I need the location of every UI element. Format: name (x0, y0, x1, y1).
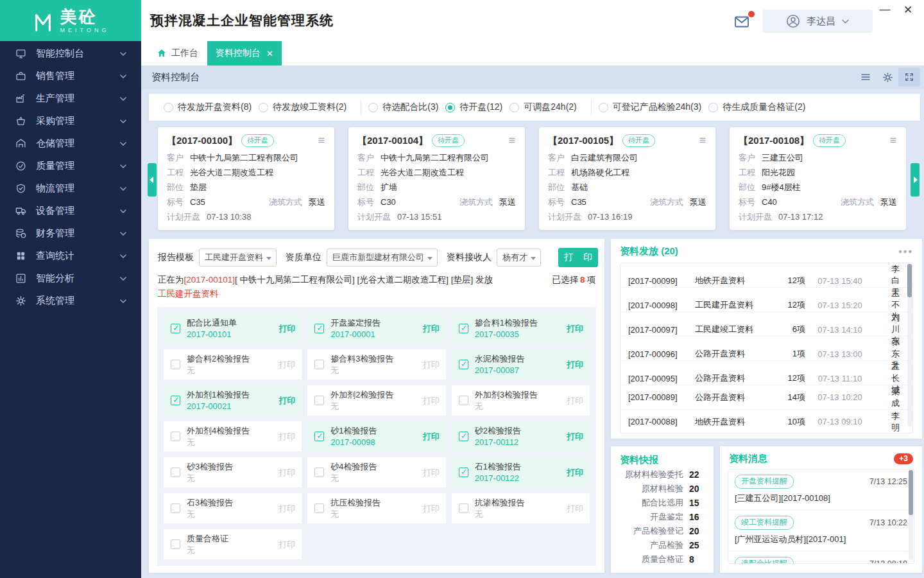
card-menu-icon[interactable] (697, 135, 708, 145)
carousel-next-button[interactable] (911, 163, 920, 197)
sidebar-item[interactable]: 系统管理 (0, 290, 141, 312)
report-item[interactable]: 水泥检验报告 2017-00087 打印 (452, 349, 590, 380)
issued-row[interactable]: [2017-00088] 地铁开盘资料 10项 07-13 09:10 李明 (620, 410, 912, 434)
report-print-button[interactable]: 打印 (278, 395, 295, 407)
issued-row[interactable]: [2017-00095] 公路开盘资料 12项 07-13 11:10 孟长城 (620, 361, 912, 385)
list-view-button[interactable] (855, 67, 877, 87)
checkbox-icon[interactable] (171, 432, 180, 441)
report-item[interactable]: 抗渗检验报告 无 打印 (452, 493, 590, 523)
card-menu-icon[interactable] (888, 135, 898, 145)
report-print-button[interactable]: 打印 (278, 431, 295, 442)
report-item[interactable]: 外加剂1检验报告 2017-00021 打印 (164, 385, 302, 416)
report-item[interactable]: 石1检验报告 2017-00122 打印 (452, 457, 590, 487)
sidebar-item[interactable]: 智能控制台 (0, 42, 141, 65)
report-print-button[interactable]: 打印 (423, 431, 440, 442)
filter-radio-option[interactable]: 待生成质量合格证(2) (708, 101, 805, 113)
report-print-button[interactable]: 打印 (278, 359, 295, 371)
issued-row[interactable]: [2017-00099] 地铁开盘资料 12项 07-13 15:40 李白天 (620, 263, 912, 288)
tab-close-icon[interactable]: ✕ (266, 49, 273, 58)
filter-radio-option[interactable]: 待发放竣工资料(2) (259, 101, 346, 113)
filter-radio-option[interactable]: 可登记产品检验24h(3) (599, 101, 701, 113)
filter-radio-option[interactable]: 待选配合比(3) (368, 101, 438, 113)
checkbox-icon[interactable] (314, 324, 324, 333)
checkbox-icon[interactable] (459, 360, 468, 369)
scrollbar-thumb[interactable] (907, 264, 912, 297)
report-print-button[interactable]: 打印 (567, 467, 583, 478)
checkbox-icon[interactable] (314, 396, 324, 405)
issued-row[interactable]: [2017-00098] 工民建开盘资料 12项 07-13 15:20 王不为 (620, 288, 912, 312)
print-button[interactable]: 打 印 (558, 248, 598, 267)
sidebar-item[interactable]: 质量管理 (0, 155, 141, 177)
report-print-button[interactable]: 打印 (567, 359, 583, 371)
close-button[interactable]: ✕ (901, 3, 915, 17)
checkbox-icon[interactable] (314, 360, 324, 369)
sidebar-item[interactable]: 设备管理 (0, 200, 141, 222)
report-print-button[interactable]: 打印 (278, 467, 295, 478)
checkbox-icon[interactable] (459, 432, 468, 441)
tab-workbench[interactable]: 工作台 (148, 41, 207, 66)
filter-radio-option[interactable]: 待发放开盘资料(8) (164, 101, 252, 113)
report-print-button[interactable]: 打印 (423, 323, 440, 335)
report-print-button[interactable]: 打印 (423, 395, 440, 407)
report-print-button[interactable]: 打印 (567, 431, 583, 442)
tab-data-console[interactable]: 资料控制台 ✕ (207, 41, 282, 66)
checkbox-icon[interactable] (459, 396, 468, 405)
checkbox-icon[interactable] (314, 432, 324, 441)
report-item[interactable]: 开盘鉴定报告 2017-00001 打印 (307, 313, 445, 344)
report-item[interactable]: 外加剂3检验报告 无 打印 (452, 385, 590, 416)
filter-radio-option[interactable]: 待开盘(12) (445, 101, 502, 113)
report-item[interactable]: 掺合料2检验报告 无 打印 (164, 349, 302, 380)
report-item[interactable]: 砂4检验报告 无 打印 (307, 457, 445, 487)
receiver-select[interactable]: 杨有才 (497, 249, 541, 267)
sidebar-item[interactable]: 查询统计 (0, 245, 141, 267)
card-menu-icon[interactable] (507, 135, 517, 145)
sidebar-item[interactable]: 财务管理 (0, 222, 141, 245)
issued-row[interactable]: [2017-00089] 公路开盘资料 14项 07-13 10:20 梁成 (620, 385, 912, 410)
minimize-button[interactable]: — (878, 3, 892, 17)
sidebar-item[interactable]: 采购管理 (0, 110, 141, 132)
report-print-button[interactable]: 打印 (278, 323, 295, 335)
checkbox-icon[interactable] (314, 504, 324, 513)
sidebar-item[interactable]: 生产管理 (0, 87, 141, 110)
report-item[interactable]: 砂2检验报告 2017-00112 打印 (452, 421, 590, 451)
agency-select[interactable]: 巨鹿市新型建材有限公司 (327, 249, 438, 267)
report-item[interactable]: 质量合格证 无 打印 (164, 529, 302, 559)
card-menu-icon[interactable] (316, 135, 327, 145)
message-item[interactable]: 选配合比提醒 7/13 08:10 [白云建筑有限公司][2017-000] (728, 552, 914, 564)
more-options-icon[interactable]: ••• (898, 249, 913, 255)
filter-radio-option[interactable]: 可调盘24h(2) (509, 101, 576, 113)
report-item[interactable]: 石3检验报告 无 打印 (164, 493, 302, 523)
message-item[interactable]: 竣工资料提醒 7/13 10:22 [广州亚运运动员村][2017-001] (728, 511, 914, 552)
issued-row[interactable]: [2017-00096] 公路开盘资料 1项 07-13 13:00 张东升 (620, 337, 912, 361)
checkbox-icon[interactable] (171, 324, 180, 333)
checkbox-icon[interactable] (314, 468, 324, 477)
report-item[interactable]: 配合比通知单 2017-00101 打印 (164, 313, 302, 344)
issued-row[interactable]: [2017-00097] 工民建竣工资料 6项 07-13 14:10 刘川东 (620, 312, 912, 337)
checkbox-icon[interactable] (171, 360, 180, 369)
report-item[interactable]: 外加剂2检验报告 无 打印 (307, 385, 445, 416)
sidebar-item[interactable]: 销售管理 (0, 65, 141, 87)
sidebar-item[interactable]: 物流管理 (0, 177, 141, 200)
checkbox-icon[interactable] (171, 396, 180, 405)
fullscreen-button[interactable] (898, 67, 920, 87)
sidebar-item[interactable]: 智能分析 (0, 267, 141, 290)
report-print-button[interactable]: 打印 (423, 359, 440, 371)
report-print-button[interactable]: 打印 (567, 395, 583, 407)
report-item[interactable]: 外加剂4检验报告 无 打印 (164, 421, 302, 451)
settings-button[interactable] (877, 67, 898, 87)
checkbox-icon[interactable] (459, 504, 468, 513)
report-item[interactable]: 掺合料1检验报告 2017-00035 打印 (452, 313, 590, 344)
checkbox-icon[interactable] (459, 324, 468, 333)
sidebar-item[interactable]: 仓储管理 (0, 132, 141, 155)
report-print-button[interactable]: 打印 (423, 467, 440, 478)
report-item[interactable]: 掺合料3检验报告 无 打印 (307, 349, 445, 380)
report-print-button[interactable]: 打印 (567, 323, 583, 335)
report-item[interactable]: 砂3检验报告 无 打印 (164, 457, 302, 487)
report-print-button[interactable]: 打印 (278, 539, 295, 550)
checkbox-icon[interactable] (171, 468, 180, 477)
report-print-button[interactable]: 打印 (278, 503, 295, 514)
message-item[interactable]: 开盘资料提醒 7/13 12:25 [三建五公司][2017-00108] (728, 469, 914, 511)
report-print-button[interactable]: 打印 (567, 503, 583, 514)
report-print-button[interactable]: 打印 (423, 503, 440, 514)
user-menu[interactable]: 李达昌 (762, 10, 873, 33)
